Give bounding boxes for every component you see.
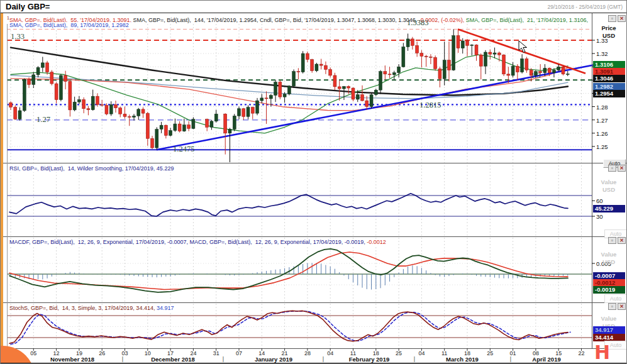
legend-text: StochS, GBP=, Bid, 14, 3, Simple, 3, 17/… <box>9 305 157 311</box>
legend-text: -0.0002, (-0.02%), <box>419 17 466 23</box>
rsi-legend[interactable]: RSI, GBP=, Bid(Last), 14, Wilder Smoothi… <box>9 165 175 172</box>
panel-restore-icon[interactable]: ▫ <box>608 15 616 22</box>
legend-text: RSI, GBP=, Bid(Last), 14, Wilder Smoothi… <box>9 165 174 172</box>
legend-text: MACDF, GBP=, Bid(Last), 12, 26, 9, Expon… <box>9 239 367 245</box>
panel-close-icon[interactable]: ✕ <box>618 165 626 172</box>
macd-legend[interactable]: MACDF, GBP=, Bid(Last), 12, 26, 9, Expon… <box>9 239 388 246</box>
brand-logo-h-icon: H <box>594 341 609 363</box>
price-axis-title[interactable]: Price <box>592 25 625 31</box>
legend-text: Cndl, GBP=, Bid, '17/04/2019, 1.3047, 1.… <box>260 17 419 23</box>
panel-restore-icon[interactable]: ▫ <box>608 237 616 244</box>
legend-text: 34.917 <box>157 305 174 311</box>
legend-text: SMA, GBP=, Bid(Last), 21, '17/04/2019, 1… <box>466 17 590 23</box>
legend-text: -0.0012 <box>367 239 386 245</box>
panel-restore-icon[interactable]: ▫ <box>608 303 616 310</box>
chart-window: Daily GBP= 29/10/2018 - 25/04/2019 (GMT)… <box>0 0 627 364</box>
selected-pane-accent-strip <box>1 13 3 348</box>
price-legend-row2[interactable]: SMA, GBP=, Bid(Last), 89, 17/04/2019, 1.… <box>9 22 131 29</box>
panel-close-icon[interactable]: ✕ <box>618 15 626 22</box>
legend-text: SMA, GBP=, Bid(Last), 89, 17/04/2019, 1.… <box>9 22 129 28</box>
stoch-legend[interactable]: StochS, GBP=, Bid, 14, 3, Simple, 3, 17/… <box>9 305 175 312</box>
panel-restore-icon[interactable]: ▫ <box>608 165 616 172</box>
legend-text: SMA, GBP=, Bid(Last), 144, '17/04/2019, … <box>133 17 260 23</box>
panel-close-icon[interactable]: ✕ <box>618 303 626 310</box>
panel-close-icon[interactable]: ✕ <box>618 237 626 244</box>
price-axis-unit: USD <box>592 32 625 39</box>
